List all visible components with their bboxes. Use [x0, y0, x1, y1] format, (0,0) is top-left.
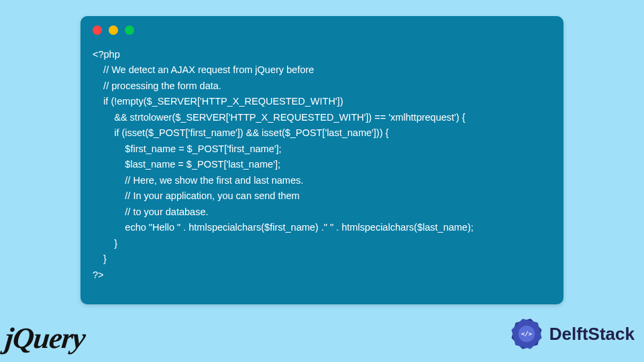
minimize-icon: [109, 25, 118, 35]
maximize-icon: [125, 25, 134, 35]
jquery-logo: jQuery: [3, 321, 87, 355]
code-window: <?php // We detect an AJAX request from …: [80, 16, 564, 304]
delftstack-logo: </> DelftStack: [508, 315, 635, 353]
delftstack-text: DelftStack: [549, 324, 635, 345]
delftstack-badge-icon: </>: [508, 315, 545, 353]
svg-text:</>: </>: [521, 330, 532, 337]
code-block: <?php // We detect an AJAX request from …: [93, 47, 551, 283]
close-icon: [93, 25, 102, 35]
traffic-lights: [93, 25, 551, 35]
